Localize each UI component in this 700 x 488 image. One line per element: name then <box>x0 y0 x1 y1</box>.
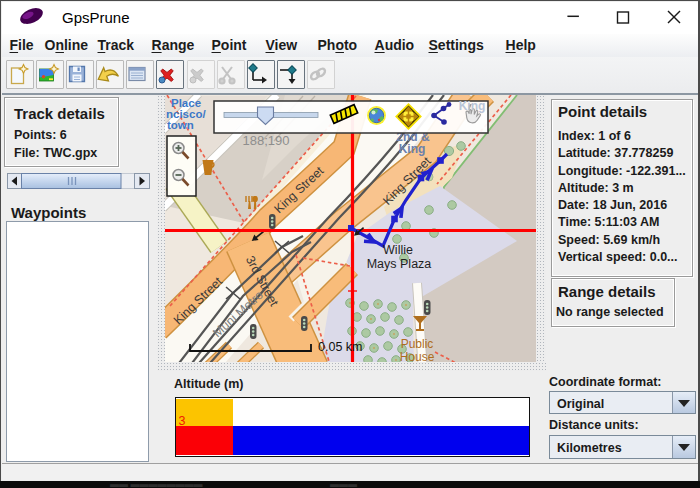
svg-text:King: King <box>399 142 426 156</box>
svg-text:188;190: 188;190 <box>243 133 290 148</box>
svg-text:House: House <box>400 350 435 362</box>
svg-text:Public: Public <box>401 337 434 351</box>
svg-text:town: town <box>167 119 194 131</box>
svg-text:Willie: Willie <box>383 243 413 257</box>
svg-text:0.05 km: 0.05 km <box>318 340 362 354</box>
svg-text:Mays Plaza: Mays Plaza <box>367 257 432 271</box>
svg-text:King: King <box>459 99 486 113</box>
